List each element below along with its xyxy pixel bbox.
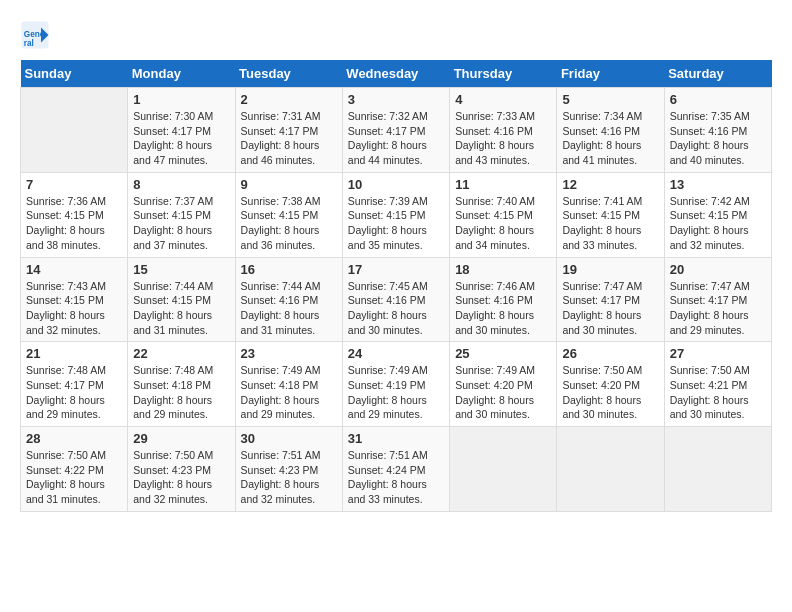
day-info: Sunrise: 7:37 AM Sunset: 4:15 PM Dayligh… [133,194,229,253]
sunrise-label: Sunrise: 7:51 AM [348,449,428,461]
calendar-cell: 2 Sunrise: 7:31 AM Sunset: 4:17 PM Dayli… [235,88,342,173]
daylight-label: Daylight: 8 hours and 30 minutes. [348,309,427,336]
day-info: Sunrise: 7:43 AM Sunset: 4:15 PM Dayligh… [26,279,122,338]
day-info: Sunrise: 7:32 AM Sunset: 4:17 PM Dayligh… [348,109,444,168]
day-number: 13 [670,177,766,192]
sunset-label: Sunset: 4:20 PM [562,379,640,391]
day-number: 5 [562,92,658,107]
daylight-label: Daylight: 8 hours and 47 minutes. [133,139,212,166]
day-number: 28 [26,431,122,446]
calendar-cell: 16 Sunrise: 7:44 AM Sunset: 4:16 PM Dayl… [235,257,342,342]
day-info: Sunrise: 7:36 AM Sunset: 4:15 PM Dayligh… [26,194,122,253]
day-number: 10 [348,177,444,192]
sunset-label: Sunset: 4:18 PM [241,379,319,391]
sunset-label: Sunset: 4:16 PM [562,125,640,137]
daylight-label: Daylight: 8 hours and 30 minutes. [562,394,641,421]
weekday-header-sunday: Sunday [21,60,128,88]
calendar-cell: 25 Sunrise: 7:49 AM Sunset: 4:20 PM Dayl… [450,342,557,427]
sunset-label: Sunset: 4:23 PM [241,464,319,476]
sunset-label: Sunset: 4:21 PM [670,379,748,391]
sunset-label: Sunset: 4:16 PM [241,294,319,306]
day-number: 31 [348,431,444,446]
calendar-cell: 7 Sunrise: 7:36 AM Sunset: 4:15 PM Dayli… [21,172,128,257]
daylight-label: Daylight: 8 hours and 32 minutes. [670,224,749,251]
calendar-cell [450,427,557,512]
sunrise-label: Sunrise: 7:44 AM [133,280,213,292]
daylight-label: Daylight: 8 hours and 29 minutes. [670,309,749,336]
day-number: 25 [455,346,551,361]
weekday-header-row: SundayMondayTuesdayWednesdayThursdayFrid… [21,60,772,88]
sunset-label: Sunset: 4:15 PM [26,294,104,306]
daylight-label: Daylight: 8 hours and 41 minutes. [562,139,641,166]
calendar-cell: 20 Sunrise: 7:47 AM Sunset: 4:17 PM Dayl… [664,257,771,342]
day-number: 21 [26,346,122,361]
calendar-cell: 17 Sunrise: 7:45 AM Sunset: 4:16 PM Dayl… [342,257,449,342]
calendar-cell: 31 Sunrise: 7:51 AM Sunset: 4:24 PM Dayl… [342,427,449,512]
week-row-1: 1 Sunrise: 7:30 AM Sunset: 4:17 PM Dayli… [21,88,772,173]
calendar-cell: 26 Sunrise: 7:50 AM Sunset: 4:20 PM Dayl… [557,342,664,427]
weekday-header-tuesday: Tuesday [235,60,342,88]
page-header: Gene ral [20,20,772,50]
calendar-cell: 15 Sunrise: 7:44 AM Sunset: 4:15 PM Dayl… [128,257,235,342]
day-info: Sunrise: 7:31 AM Sunset: 4:17 PM Dayligh… [241,109,337,168]
day-info: Sunrise: 7:33 AM Sunset: 4:16 PM Dayligh… [455,109,551,168]
weekday-header-thursday: Thursday [450,60,557,88]
day-number: 4 [455,92,551,107]
sunset-label: Sunset: 4:23 PM [133,464,211,476]
calendar-cell: 13 Sunrise: 7:42 AM Sunset: 4:15 PM Dayl… [664,172,771,257]
day-info: Sunrise: 7:50 AM Sunset: 4:20 PM Dayligh… [562,363,658,422]
sunrise-label: Sunrise: 7:49 AM [455,364,535,376]
sunset-label: Sunset: 4:18 PM [133,379,211,391]
sunrise-label: Sunrise: 7:36 AM [26,195,106,207]
day-number: 19 [562,262,658,277]
sunrise-label: Sunrise: 7:50 AM [133,449,213,461]
daylight-label: Daylight: 8 hours and 31 minutes. [133,309,212,336]
sunset-label: Sunset: 4:17 PM [670,294,748,306]
sunset-label: Sunset: 4:16 PM [455,125,533,137]
day-info: Sunrise: 7:49 AM Sunset: 4:18 PM Dayligh… [241,363,337,422]
day-info: Sunrise: 7:48 AM Sunset: 4:17 PM Dayligh… [26,363,122,422]
sunrise-label: Sunrise: 7:31 AM [241,110,321,122]
day-number: 1 [133,92,229,107]
day-number: 3 [348,92,444,107]
day-info: Sunrise: 7:47 AM Sunset: 4:17 PM Dayligh… [562,279,658,338]
sunset-label: Sunset: 4:16 PM [348,294,426,306]
calendar-cell: 1 Sunrise: 7:30 AM Sunset: 4:17 PM Dayli… [128,88,235,173]
sunrise-label: Sunrise: 7:50 AM [562,364,642,376]
sunset-label: Sunset: 4:15 PM [348,209,426,221]
day-number: 17 [348,262,444,277]
logo-icon: Gene ral [20,20,50,50]
day-info: Sunrise: 7:51 AM Sunset: 4:24 PM Dayligh… [348,448,444,507]
sunset-label: Sunset: 4:15 PM [133,294,211,306]
sunset-label: Sunset: 4:15 PM [133,209,211,221]
daylight-label: Daylight: 8 hours and 32 minutes. [241,478,320,505]
week-row-4: 21 Sunrise: 7:48 AM Sunset: 4:17 PM Dayl… [21,342,772,427]
daylight-label: Daylight: 8 hours and 38 minutes. [26,224,105,251]
day-number: 23 [241,346,337,361]
day-info: Sunrise: 7:47 AM Sunset: 4:17 PM Dayligh… [670,279,766,338]
calendar-cell: 14 Sunrise: 7:43 AM Sunset: 4:15 PM Dayl… [21,257,128,342]
sunrise-label: Sunrise: 7:46 AM [455,280,535,292]
day-info: Sunrise: 7:48 AM Sunset: 4:18 PM Dayligh… [133,363,229,422]
day-info: Sunrise: 7:30 AM Sunset: 4:17 PM Dayligh… [133,109,229,168]
calendar-cell: 6 Sunrise: 7:35 AM Sunset: 4:16 PM Dayli… [664,88,771,173]
daylight-label: Daylight: 8 hours and 31 minutes. [26,478,105,505]
day-number: 20 [670,262,766,277]
sunrise-label: Sunrise: 7:50 AM [26,449,106,461]
calendar-cell [664,427,771,512]
day-number: 6 [670,92,766,107]
sunset-label: Sunset: 4:16 PM [670,125,748,137]
calendar-cell: 9 Sunrise: 7:38 AM Sunset: 4:15 PM Dayli… [235,172,342,257]
calendar-cell: 24 Sunrise: 7:49 AM Sunset: 4:19 PM Dayl… [342,342,449,427]
daylight-label: Daylight: 8 hours and 30 minutes. [455,394,534,421]
sunrise-label: Sunrise: 7:47 AM [562,280,642,292]
day-number: 26 [562,346,658,361]
day-number: 27 [670,346,766,361]
day-info: Sunrise: 7:50 AM Sunset: 4:21 PM Dayligh… [670,363,766,422]
sunrise-label: Sunrise: 7:43 AM [26,280,106,292]
daylight-label: Daylight: 8 hours and 30 minutes. [562,309,641,336]
daylight-label: Daylight: 8 hours and 32 minutes. [26,309,105,336]
daylight-label: Daylight: 8 hours and 33 minutes. [348,478,427,505]
sunset-label: Sunset: 4:16 PM [455,294,533,306]
day-number: 14 [26,262,122,277]
